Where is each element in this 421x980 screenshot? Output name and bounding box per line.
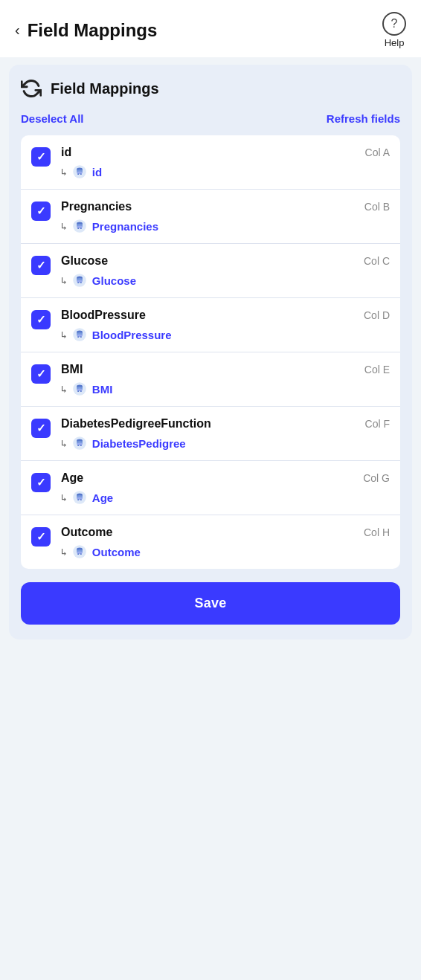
svg-point-7 [80,173,82,175]
field-top-4: BMI Col E [61,363,390,376]
field-mapping-7: ↳ Outcome [61,544,390,560]
field-checkbox-4[interactable]: ✓ [31,364,51,384]
field-checkbox-7[interactable]: ✓ [31,527,51,547]
save-button-wrap: Save [21,582,400,625]
field-mapping-0: ↳ id [61,164,390,180]
action-row: Deselect All Refresh fields [21,112,400,125]
svg-point-15 [80,228,82,229]
field-mapping-6: ↳ Age [61,489,390,506]
arrow-icon: ↳ [61,275,67,286]
field-mapping-3: ↳ BloodPressure [61,326,390,343]
mapped-field-name: BMI [92,383,113,396]
field-list: ✓ id Col A ↳ id [21,135,400,569]
checkmark-icon: ✓ [36,313,46,326]
field-checkbox-5[interactable]: ✓ [31,419,51,438]
checkmark-icon: ✓ [36,259,46,272]
deselect-all-button[interactable]: Deselect All [21,112,84,125]
mapped-field-name: id [92,166,102,178]
field-checkbox-0[interactable]: ✓ [31,147,51,167]
svg-point-38 [77,390,79,392]
mapped-field-name: Age [92,491,113,504]
help-button[interactable]: ? Help [382,12,406,48]
nav-left: ‹ Field Mappings [15,20,157,41]
card-header: Field Mappings [21,78,400,99]
field-col: Col A [365,146,390,158]
field-top-2: Glucose Col C [61,254,390,268]
database-icon [71,381,88,397]
field-checkbox-1[interactable]: ✓ [31,202,51,221]
page-title: Field Mappings [28,20,158,41]
field-checkbox-2[interactable]: ✓ [31,256,51,275]
back-button[interactable]: ‹ [15,22,20,39]
checkmark-icon: ✓ [36,476,46,489]
checkmark-icon: ✓ [36,204,46,218]
field-content-4: BMI Col E ↳ BMI [61,363,390,397]
field-name: DiabetesPedigreeFunction [61,417,211,431]
refresh-icon [21,78,42,99]
checkmark-icon: ✓ [36,367,46,381]
field-item: ✓ id Col A ↳ id [21,135,400,190]
arrow-icon: ↳ [61,221,67,232]
field-mapping-5: ↳ DiabetesPedigree [61,435,390,451]
refresh-fields-button[interactable]: Refresh fields [327,112,400,125]
database-icon [71,272,88,288]
field-col: Col E [364,364,390,375]
mapped-field-name: Outcome [92,546,141,558]
database-icon [71,544,88,560]
database-icon [71,326,88,343]
field-name: Age [61,471,83,485]
field-item: ✓ BloodPressure Col D ↳ BloodPressure [21,298,400,352]
top-nav: ‹ Field Mappings ? Help [0,0,421,57]
field-name: Glucose [61,254,108,268]
field-checkbox-6[interactable]: ✓ [31,473,51,492]
mapped-field-name: BloodPressure [92,329,172,341]
svg-point-14 [77,228,79,229]
field-top-0: id Col A [61,146,390,159]
field-col: Col B [364,201,390,213]
svg-point-62 [77,553,79,555]
checkmark-icon: ✓ [36,422,46,435]
field-top-3: BloodPressure Col D [61,309,390,322]
field-name: Pregnancies [61,200,132,213]
field-top-6: Age Col G [61,471,390,485]
mapped-field-name: Pregnancies [92,220,158,233]
field-top-1: Pregnancies Col B [61,200,390,213]
field-col: Col G [363,472,390,484]
field-item: ✓ Outcome Col H ↳ Outcome [21,515,400,569]
field-content-0: id Col A ↳ id [61,146,390,180]
field-content-2: Glucose Col C ↳ Glucose [61,254,390,288]
field-top-5: DiabetesPedigreeFunction Col F [61,417,390,431]
field-mapping-2: ↳ Glucose [61,272,390,288]
field-content-5: DiabetesPedigreeFunction Col F ↳ Diabete… [61,417,390,451]
field-name: Outcome [61,526,112,539]
help-circle-icon: ? [382,12,406,36]
mapped-field-name: DiabetesPedigree [92,437,186,450]
svg-point-39 [80,390,82,392]
arrow-icon: ↳ [61,329,67,341]
field-item: ✓ Age Col G ↳ Age [21,461,400,515]
field-item: ✓ Glucose Col C ↳ Glucose [21,244,400,298]
field-content-7: Outcome Col H ↳ Outcome [61,526,390,560]
field-checkbox-3[interactable]: ✓ [31,310,51,329]
field-col: Col D [364,309,390,321]
arrow-icon: ↳ [61,167,67,178]
svg-point-23 [80,282,82,283]
svg-point-31 [80,336,82,338]
checkmark-icon: ✓ [36,150,46,164]
save-button[interactable]: Save [21,582,400,625]
database-icon [71,164,88,180]
arrow-icon: ↳ [61,384,67,395]
svg-point-22 [77,282,79,283]
field-col: Col C [364,255,390,267]
card-title: Field Mappings [51,80,159,97]
field-item: ✓ DiabetesPedigreeFunction Col F ↳ Diabe… [21,407,400,461]
field-content-1: Pregnancies Col B ↳ Pregnancies [61,200,390,234]
svg-point-46 [77,445,79,446]
svg-point-6 [77,173,79,175]
field-item: ✓ BMI Col E ↳ BMI [21,352,400,407]
arrow-icon: ↳ [61,547,67,558]
field-mapping-4: ↳ BMI [61,381,390,397]
svg-point-63 [80,553,82,555]
svg-point-55 [80,499,82,500]
main-card: Field Mappings Deselect All Refresh fiel… [9,65,412,639]
